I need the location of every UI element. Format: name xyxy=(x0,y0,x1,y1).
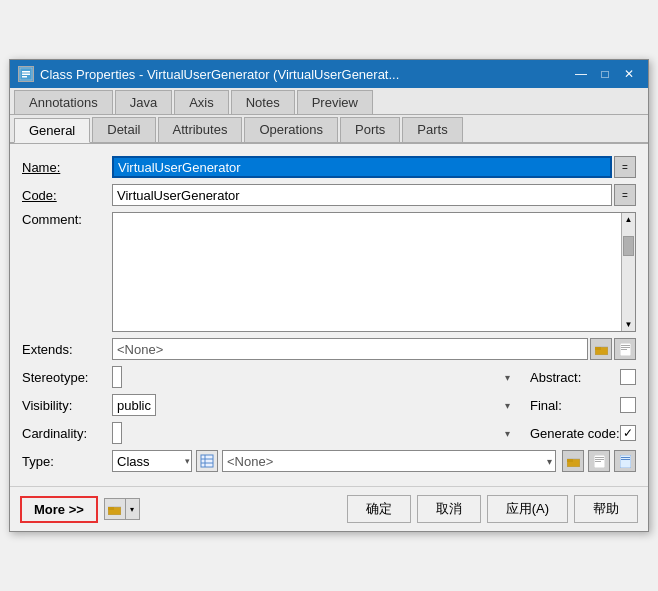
name-input[interactable] xyxy=(112,156,612,178)
code-input[interactable] xyxy=(112,184,612,206)
svg-rect-1 xyxy=(22,71,30,73)
svg-rect-2 xyxy=(22,74,30,76)
cardinality-select[interactable] xyxy=(112,422,122,444)
extends-row: Extends: xyxy=(22,338,636,360)
scroll-thumb xyxy=(623,236,634,256)
scroll-up-icon[interactable]: ▲ xyxy=(625,213,633,226)
cancel-button[interactable]: 取消 xyxy=(417,495,481,523)
stereotype-label: Stereotype: xyxy=(22,370,112,385)
type-select[interactable]: Class xyxy=(112,450,192,472)
abstract-label: Abstract: xyxy=(530,370,620,385)
name-label: Name: xyxy=(22,160,112,175)
minimize-button[interactable]: — xyxy=(570,65,592,83)
svg-rect-7 xyxy=(621,345,630,346)
type-btn-3[interactable] xyxy=(614,450,636,472)
tab-detail[interactable]: Detail xyxy=(92,117,155,142)
type-btn-1[interactable] xyxy=(562,450,584,472)
type-btn-2[interactable] xyxy=(588,450,610,472)
svg-rect-20 xyxy=(620,455,631,468)
final-checkbox[interactable] xyxy=(620,397,636,413)
tab-axis[interactable]: Axis xyxy=(174,90,229,114)
comment-scrollbar: ▲ ▼ xyxy=(621,213,635,331)
svg-rect-18 xyxy=(595,459,604,460)
type-button-group xyxy=(560,450,636,472)
type-row: Type: Class ▾ <None> xyxy=(22,450,636,472)
code-label: Code: xyxy=(22,188,112,203)
extends-page-button[interactable] xyxy=(614,338,636,360)
icon-dropdown-arrow[interactable]: ▾ xyxy=(126,498,140,520)
code-equals-button[interactable]: = xyxy=(614,184,636,206)
main-window: Class Properties - VirtualUserGenerator … xyxy=(9,59,649,532)
visibility-select-wrapper: public xyxy=(112,394,514,416)
tab-preview[interactable]: Preview xyxy=(297,90,373,114)
top-tab-bar: Annotations Java Axis Notes Preview xyxy=(10,88,648,115)
tab-ports[interactable]: Ports xyxy=(340,117,400,142)
tab-operations[interactable]: Operations xyxy=(244,117,338,142)
extends-label: Extends: xyxy=(22,342,112,357)
comment-container: ▲ ▼ xyxy=(112,212,636,332)
tab-attributes[interactable]: Attributes xyxy=(158,117,243,142)
svg-rect-19 xyxy=(595,461,601,462)
tab-notes[interactable]: Notes xyxy=(231,90,295,114)
extends-folder-button[interactable] xyxy=(590,338,612,360)
bottom-tab-bar: General Detail Attributes Operations Por… xyxy=(10,115,648,144)
visibility-label: Visibility: xyxy=(22,398,112,413)
comment-label: Comment: xyxy=(22,212,112,227)
tab-parts[interactable]: Parts xyxy=(402,117,462,142)
apply-button[interactable]: 应用(A) xyxy=(487,495,568,523)
icon-dropdown: ▾ xyxy=(104,498,140,520)
svg-rect-17 xyxy=(595,457,604,458)
scroll-down-icon[interactable]: ▼ xyxy=(625,318,633,331)
window-title: Class Properties - VirtualUserGenerator … xyxy=(40,67,564,82)
svg-rect-15 xyxy=(567,459,573,462)
form-content: Name: = Code: = Comment: ▲ ▼ xyxy=(10,144,648,486)
icon-btn[interactable] xyxy=(104,498,126,520)
title-bar: Class Properties - VirtualUserGenerator … xyxy=(10,60,648,88)
help-button[interactable]: 帮助 xyxy=(574,495,638,523)
visibility-row: Visibility: public Final: xyxy=(22,394,636,416)
svg-rect-5 xyxy=(595,347,601,350)
code-row: Code: = xyxy=(22,184,636,206)
tab-java[interactable]: Java xyxy=(115,90,172,114)
comment-row: Comment: ▲ ▼ xyxy=(22,212,636,332)
cardinality-select-wrapper xyxy=(112,422,514,444)
maximize-button[interactable]: □ xyxy=(594,65,616,83)
confirm-button[interactable]: 确定 xyxy=(347,495,411,523)
window-controls: — □ ✕ xyxy=(570,65,640,83)
cardinality-label: Cardinality: xyxy=(22,426,112,441)
svg-rect-3 xyxy=(22,76,27,78)
stereotype-select[interactable] xyxy=(112,366,122,388)
visibility-select[interactable]: public xyxy=(112,394,156,416)
svg-rect-22 xyxy=(621,459,630,460)
tab-general[interactable]: General xyxy=(14,118,90,143)
window-icon xyxy=(18,66,34,82)
stereotype-row: Stereotype: Abstract: xyxy=(22,366,636,388)
type-none-wrapper: <None> xyxy=(222,450,556,472)
generate-code-checkbox[interactable] xyxy=(620,425,636,441)
type-none-select[interactable]: <None> xyxy=(222,450,556,472)
tab-annotations[interactable]: Annotations xyxy=(14,90,113,114)
scroll-track xyxy=(622,226,635,318)
svg-rect-21 xyxy=(621,457,630,458)
final-label: Final: xyxy=(530,398,620,413)
comment-input[interactable] xyxy=(113,213,621,331)
cardinality-row: Cardinality: Generate code: xyxy=(22,422,636,444)
extends-input[interactable] xyxy=(112,338,588,360)
name-row: Name: = xyxy=(22,156,636,178)
name-equals-button[interactable]: = xyxy=(614,156,636,178)
type-table-icon[interactable] xyxy=(196,450,218,472)
stereotype-select-wrapper xyxy=(112,366,514,388)
close-button[interactable]: ✕ xyxy=(618,65,640,83)
bottom-bar: More >> ▾ 确定 取消 应用(A) 帮助 xyxy=(10,486,648,531)
type-label: Type: xyxy=(22,454,112,469)
abstract-checkbox[interactable] xyxy=(620,369,636,385)
svg-rect-10 xyxy=(201,455,213,467)
more-button[interactable]: More >> xyxy=(20,496,98,523)
svg-rect-9 xyxy=(621,349,627,350)
generate-code-label: Generate code: xyxy=(530,426,620,441)
svg-rect-8 xyxy=(621,347,630,348)
svg-rect-24 xyxy=(108,507,114,510)
